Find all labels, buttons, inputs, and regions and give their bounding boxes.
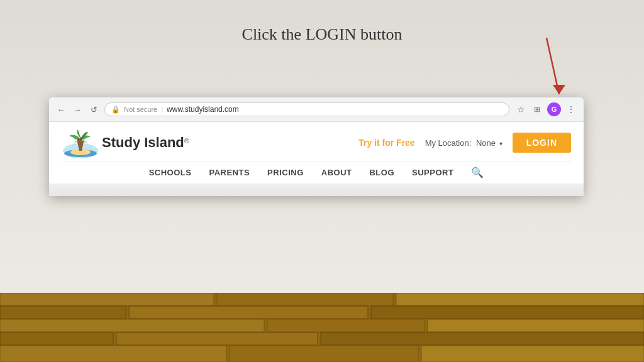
logo-text: Study Island® [102,134,189,151]
nav-item-schools[interactable]: SCHOOLS [149,168,192,177]
nav-bar: SCHOOLS PARENTS PRICING ABOUT BLOG SUPPO… [62,161,571,184]
nav-item-blog[interactable]: BLOG [369,168,394,177]
my-location-label: My Location: None ▾ [425,138,502,148]
nav-item-pricing[interactable]: PRICING [267,168,304,177]
header-top: Study Island® Try it for Free My Locatio… [62,122,571,161]
svg-rect-12 [0,346,226,362]
svg-rect-9 [0,332,113,345]
header-right: Try it for Free My Location: None ▾ LOGI… [358,133,571,153]
website-content-fade [49,184,584,196]
not-secure-label: Not secure [124,106,157,113]
svg-rect-7 [267,319,425,332]
extensions-icon[interactable]: ⊞ [531,103,543,116]
login-button[interactable]: LOGIN [513,133,571,153]
search-icon[interactable]: 🔍 [471,167,484,178]
svg-rect-5 [371,306,644,319]
browser-chrome: ← → ↺ 🔒 Not secure | www.studyisland.com… [49,97,584,122]
svg-rect-11 [321,332,644,345]
svg-rect-13 [230,346,418,362]
svg-marker-16 [553,85,565,94]
browser-actions: ☆ ⊞ G ⋮ [514,102,577,116]
svg-rect-4 [129,306,368,319]
nav-item-support[interactable]: SUPPORT [412,168,453,177]
lock-icon: 🔒 [111,106,120,114]
bookmark-icon[interactable]: ☆ [514,103,527,116]
location-dropdown-icon[interactable]: ▾ [499,140,502,147]
instruction-text: Click the LOGIN button [242,25,402,44]
nav-item-about[interactable]: ABOUT [321,168,352,177]
logo-icon [62,127,99,158]
svg-rect-8 [428,319,644,332]
svg-point-20 [77,138,80,141]
floor [0,293,644,362]
forward-button[interactable]: → [72,104,83,115]
separator: | [161,106,163,113]
svg-rect-3 [0,306,126,319]
url-text: www.studyisland.com [167,105,239,114]
refresh-button[interactable]: ↺ [88,104,99,115]
logo-area: Study Island® [62,127,189,158]
svg-rect-10 [116,332,318,345]
svg-rect-0 [0,293,214,305]
svg-point-21 [80,138,82,140]
website-header: Study Island® Try it for Free My Locatio… [49,122,584,184]
back-button[interactable]: ← [55,104,67,115]
profile-button[interactable]: G [547,102,561,116]
svg-rect-14 [421,346,644,362]
location-value: None [476,138,496,148]
nav-item-parents[interactable]: PARENTS [209,168,250,177]
svg-rect-2 [396,293,644,305]
address-bar[interactable]: 🔒 Not secure | www.studyisland.com [104,102,509,116]
try-it-link[interactable]: Try it for Free [358,138,414,148]
svg-rect-1 [217,293,393,305]
browser-window: ← → ↺ 🔒 Not secure | www.studyisland.com… [49,97,584,196]
svg-rect-6 [0,319,264,332]
more-options-icon[interactable]: ⋮ [565,103,577,116]
